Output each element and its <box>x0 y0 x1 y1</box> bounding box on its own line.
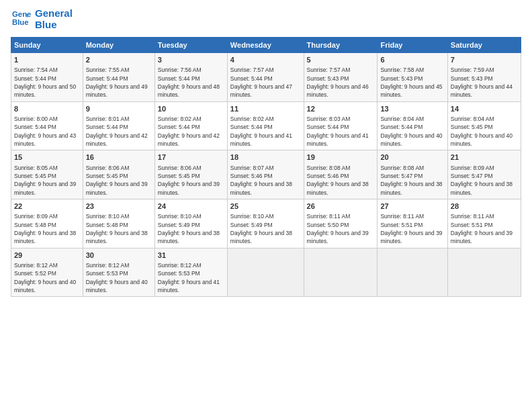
calendar-cell: 27Sunrise: 8:11 AM Sunset: 5:51 PM Dayli… <box>378 199 447 248</box>
day-number: 2 <box>86 55 152 65</box>
calendar-cell: 9Sunrise: 8:01 AM Sunset: 5:44 PM Daylig… <box>83 101 154 150</box>
calendar-week-row: 1Sunrise: 7:54 AM Sunset: 5:44 PM Daylig… <box>11 53 521 102</box>
day-number: 17 <box>158 152 224 163</box>
calendar-cell: 1Sunrise: 7:54 AM Sunset: 5:44 PM Daylig… <box>11 53 83 102</box>
day-header-saturday: Saturday <box>447 38 521 53</box>
calendar-body: 1Sunrise: 7:54 AM Sunset: 5:44 PM Daylig… <box>11 53 521 297</box>
calendar-cell: 26Sunrise: 8:11 AM Sunset: 5:50 PM Dayli… <box>304 199 378 248</box>
calendar-cell: 11Sunrise: 8:02 AM Sunset: 5:44 PM Dayli… <box>227 101 304 150</box>
calendar-cell: 29Sunrise: 8:12 AM Sunset: 5:52 PM Dayli… <box>11 248 83 297</box>
cell-info: Sunrise: 8:04 AM Sunset: 5:45 PM Dayligh… <box>451 115 518 148</box>
page-container: General Blue General Blue SundayMondayTu… <box>0 0 532 305</box>
day-number: 21 <box>451 152 518 163</box>
cell-info: Sunrise: 8:06 AM Sunset: 5:45 PM Dayligh… <box>158 164 224 197</box>
cell-info: Sunrise: 8:12 AM Sunset: 5:53 PM Dayligh… <box>158 261 224 294</box>
calendar-cell: 31Sunrise: 8:12 AM Sunset: 5:53 PM Dayli… <box>154 248 227 297</box>
day-number: 1 <box>14 55 80 65</box>
cell-info: Sunrise: 7:54 AM Sunset: 5:44 PM Dayligh… <box>14 66 80 99</box>
cell-info: Sunrise: 8:05 AM Sunset: 5:45 PM Dayligh… <box>14 164 80 197</box>
calendar-cell: 15Sunrise: 8:05 AM Sunset: 5:45 PM Dayli… <box>11 150 83 199</box>
calendar-cell: 13Sunrise: 8:04 AM Sunset: 5:44 PM Dayli… <box>378 101 447 150</box>
header: General Blue General Blue <box>11 8 521 30</box>
calendar-cell: 14Sunrise: 8:04 AM Sunset: 5:45 PM Dayli… <box>447 101 521 150</box>
calendar-cell: 7Sunrise: 7:59 AM Sunset: 5:43 PM Daylig… <box>447 53 521 102</box>
day-number: 22 <box>14 201 80 212</box>
cell-info: Sunrise: 8:12 AM Sunset: 5:53 PM Dayligh… <box>86 261 152 294</box>
cell-info: Sunrise: 8:02 AM Sunset: 5:44 PM Dayligh… <box>230 115 301 148</box>
cell-info: Sunrise: 8:02 AM Sunset: 5:44 PM Dayligh… <box>158 115 224 148</box>
calendar-cell <box>227 248 304 297</box>
day-number: 20 <box>380 152 444 163</box>
cell-info: Sunrise: 7:58 AM Sunset: 5:43 PM Dayligh… <box>380 66 444 99</box>
calendar-cell: 3Sunrise: 7:56 AM Sunset: 5:44 PM Daylig… <box>154 53 227 102</box>
day-header-friday: Friday <box>378 38 447 53</box>
calendar-cell: 25Sunrise: 8:10 AM Sunset: 5:49 PM Dayli… <box>227 199 304 248</box>
calendar-cell: 18Sunrise: 8:07 AM Sunset: 5:46 PM Dayli… <box>227 150 304 199</box>
day-number: 28 <box>451 201 518 212</box>
day-number: 23 <box>86 201 152 212</box>
day-number: 7 <box>451 55 518 65</box>
day-number: 5 <box>307 55 375 65</box>
calendar-cell: 10Sunrise: 8:02 AM Sunset: 5:44 PM Dayli… <box>154 101 227 150</box>
calendar-week-row: 15Sunrise: 8:05 AM Sunset: 5:45 PM Dayli… <box>11 150 521 199</box>
calendar-week-row: 8Sunrise: 8:00 AM Sunset: 5:44 PM Daylig… <box>11 101 521 150</box>
logo-line2: Blue <box>35 19 73 31</box>
cell-info: Sunrise: 8:00 AM Sunset: 5:44 PM Dayligh… <box>14 115 80 148</box>
cell-info: Sunrise: 7:55 AM Sunset: 5:44 PM Dayligh… <box>86 66 152 99</box>
calendar-cell: 5Sunrise: 7:57 AM Sunset: 5:43 PM Daylig… <box>304 53 378 102</box>
day-number: 12 <box>307 104 375 114</box>
day-number: 3 <box>158 55 224 65</box>
day-number: 30 <box>86 250 152 261</box>
cell-info: Sunrise: 8:07 AM Sunset: 5:46 PM Dayligh… <box>230 164 301 197</box>
day-header-wednesday: Wednesday <box>227 38 304 53</box>
calendar-cell: 24Sunrise: 8:10 AM Sunset: 5:49 PM Dayli… <box>154 199 227 248</box>
logo-icon: General Blue <box>12 9 31 28</box>
cell-info: Sunrise: 8:04 AM Sunset: 5:44 PM Dayligh… <box>380 115 444 148</box>
cell-info: Sunrise: 7:56 AM Sunset: 5:44 PM Dayligh… <box>158 66 224 99</box>
cell-info: Sunrise: 8:08 AM Sunset: 5:46 PM Dayligh… <box>307 164 375 197</box>
day-number: 26 <box>307 201 375 212</box>
calendar-cell: 2Sunrise: 7:55 AM Sunset: 5:44 PM Daylig… <box>83 53 154 102</box>
day-number: 14 <box>451 104 518 114</box>
day-header-tuesday: Tuesday <box>154 38 227 53</box>
calendar-week-row: 22Sunrise: 8:09 AM Sunset: 5:48 PM Dayli… <box>11 199 521 248</box>
day-number: 15 <box>14 152 80 163</box>
day-number: 10 <box>158 104 224 114</box>
calendar-table: SundayMondayTuesdayWednesdayThursdayFrid… <box>11 37 521 297</box>
cell-info: Sunrise: 8:06 AM Sunset: 5:45 PM Dayligh… <box>86 164 152 197</box>
cell-info: Sunrise: 8:12 AM Sunset: 5:52 PM Dayligh… <box>14 261 80 294</box>
calendar-cell: 22Sunrise: 8:09 AM Sunset: 5:48 PM Dayli… <box>11 199 83 248</box>
cell-info: Sunrise: 8:03 AM Sunset: 5:44 PM Dayligh… <box>307 115 375 148</box>
calendar-header-row: SundayMondayTuesdayWednesdayThursdayFrid… <box>11 38 521 53</box>
day-number: 24 <box>158 201 224 212</box>
day-number: 25 <box>230 201 301 212</box>
cell-info: Sunrise: 7:57 AM Sunset: 5:44 PM Dayligh… <box>230 66 301 99</box>
calendar-cell <box>378 248 447 297</box>
cell-info: Sunrise: 8:09 AM Sunset: 5:48 PM Dayligh… <box>14 212 80 245</box>
calendar-cell: 21Sunrise: 8:09 AM Sunset: 5:47 PM Dayli… <box>447 150 521 199</box>
calendar-cell: 23Sunrise: 8:10 AM Sunset: 5:48 PM Dayli… <box>83 199 154 248</box>
calendar-cell: 19Sunrise: 8:08 AM Sunset: 5:46 PM Dayli… <box>304 150 378 199</box>
cell-info: Sunrise: 8:08 AM Sunset: 5:47 PM Dayligh… <box>380 164 444 197</box>
calendar-cell: 28Sunrise: 8:11 AM Sunset: 5:51 PM Dayli… <box>447 199 521 248</box>
cell-info: Sunrise: 8:11 AM Sunset: 5:50 PM Dayligh… <box>307 212 375 245</box>
day-number: 13 <box>380 104 444 114</box>
calendar-cell <box>304 248 378 297</box>
day-number: 31 <box>158 250 224 261</box>
day-number: 19 <box>307 152 375 163</box>
calendar-cell: 17Sunrise: 8:06 AM Sunset: 5:45 PM Dayli… <box>154 150 227 199</box>
cell-info: Sunrise: 8:10 AM Sunset: 5:48 PM Dayligh… <box>86 212 152 245</box>
cell-info: Sunrise: 8:10 AM Sunset: 5:49 PM Dayligh… <box>230 212 301 245</box>
calendar-cell <box>447 248 521 297</box>
day-number: 9 <box>86 104 152 114</box>
day-number: 4 <box>230 55 301 65</box>
calendar-cell: 8Sunrise: 8:00 AM Sunset: 5:44 PM Daylig… <box>11 101 83 150</box>
cell-info: Sunrise: 8:01 AM Sunset: 5:44 PM Dayligh… <box>86 115 152 148</box>
calendar-cell: 20Sunrise: 8:08 AM Sunset: 5:47 PM Dayli… <box>378 150 447 199</box>
calendar-cell: 6Sunrise: 7:58 AM Sunset: 5:43 PM Daylig… <box>378 53 447 102</box>
day-header-sunday: Sunday <box>11 38 83 53</box>
day-number: 11 <box>230 104 301 114</box>
calendar-week-row: 29Sunrise: 8:12 AM Sunset: 5:52 PM Dayli… <box>11 248 521 297</box>
cell-info: Sunrise: 7:57 AM Sunset: 5:43 PM Dayligh… <box>307 66 375 99</box>
day-header-thursday: Thursday <box>304 38 378 53</box>
